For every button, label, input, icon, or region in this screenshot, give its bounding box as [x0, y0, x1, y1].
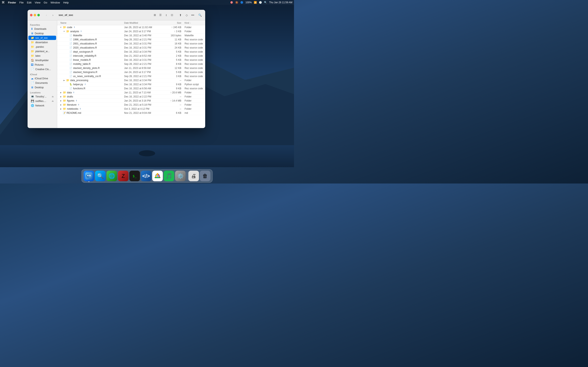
sort-arrow: ↓ — [190, 22, 191, 24]
expand-figures-button[interactable]: ▶ — [60, 100, 62, 102]
tag-button[interactable]: ◇ — [184, 13, 189, 17]
sidebar-locations-header: Locations — [27, 90, 57, 94]
col-size-header[interactable]: Size — [165, 22, 181, 24]
col-date-header[interactable]: Date Modified — [124, 22, 165, 24]
sidebar-item-network[interactable]: 🌐 Network — [28, 103, 56, 108]
sidebar-item-latex[interactable]: 📁 latex — [28, 54, 56, 58]
file-name: stacked_density_plots.R — [73, 67, 100, 69]
sidebar-item-desktop-icloud[interactable]: 🖥 Desktop — [28, 85, 56, 90]
expand-literature-button[interactable]: ▶ — [60, 104, 62, 106]
sidebar-item-dissertation[interactable]: 📁 dissertation — [28, 40, 56, 44]
table-row[interactable]: 📄 mobility_table.R Sep 28, 2022 at 2:21 … — [57, 62, 205, 66]
sidebar-item-documents[interactable]: 📄 Documents — [28, 81, 56, 85]
file-name: dept_sociogram.R — [73, 50, 93, 53]
sidebar-item-timothyelder[interactable]: 🏠 timothyelder — [28, 58, 56, 62]
list-view-button[interactable]: ☰ — [158, 13, 163, 17]
cast-icon: 🎯 — [230, 1, 233, 4]
dock-chrome[interactable] — [152, 171, 163, 181]
close-button[interactable] — [30, 14, 33, 16]
sidebar-network-label: Network — [35, 104, 44, 107]
gallery-view-button[interactable]: ⊡ — [169, 13, 174, 17]
file-date: Jan 24, 2023 at 3:17 PM — [124, 71, 165, 74]
menubar-go[interactable]: Go — [44, 1, 47, 4]
file-kind: Folder — [181, 95, 204, 98]
dock-trash[interactable]: 🗑 — [200, 171, 210, 181]
dock-system-preferences[interactable]: ⚙️ — [175, 171, 186, 181]
table-row[interactable]: ▶ 📁 notebooks ⬆ Oct 3, 2022 at 4:12 PM -… — [57, 107, 205, 111]
sidebar-item-plaintext[interactable]: 📁 plaintext_w... — [28, 49, 56, 53]
menubar-edit[interactable]: Edit — [27, 1, 31, 4]
menubar-view[interactable]: View — [35, 1, 40, 4]
expand-analysis-button[interactable]: ▼ — [63, 30, 65, 33]
share-button[interactable]: ⬆ — [178, 13, 183, 17]
expand-code-button[interactable]: ▼ — [60, 26, 62, 29]
table-row[interactable]: 📄 Makefile Dec 16, 2022 at 3:40 PM 163 b… — [57, 33, 205, 38]
menubar-app-name[interactable]: Finder — [8, 1, 16, 4]
eject-timothy-icon[interactable]: ⏏ — [52, 95, 54, 98]
sidebar-item-timothy-mac[interactable]: 💻 Timothy'... ⏏ — [28, 94, 56, 99]
expand-notebooks-button[interactable]: ▶ — [60, 108, 62, 110]
table-row[interactable]: 📄 1996_visualizations.R Sep 28, 2022 at … — [57, 38, 205, 42]
search-button[interactable]: 🔍 — [197, 13, 203, 17]
expand-drafts-button[interactable]: ▶ — [60, 95, 62, 98]
pandoc-folder-icon: 📁 — [31, 45, 34, 48]
table-row[interactable]: 📄 us_news_centrality_cor.R Sep 28, 2022 … — [57, 74, 205, 78]
expand-data-button[interactable]: ▶ — [60, 91, 62, 94]
dock-terminal[interactable]: $_ — [130, 171, 140, 181]
sidebar-plaintext-label: plaintext_w... — [35, 50, 49, 53]
table-row[interactable]: 📄 stacked_density_plots.R Jan 11, 2023 a… — [57, 66, 205, 70]
dock-vpn[interactable]: 🌐 — [107, 171, 117, 181]
sidebar-item-downloads[interactable]: ⬇ Downloads — [28, 27, 56, 31]
table-row[interactable]: ▶ 📁 drafts Dec 16, 2022 at 2:22 PM -- Fo… — [57, 95, 205, 99]
file-size: ↑ 14.4 MB — [165, 99, 181, 102]
menubar-file[interactable]: File — [19, 1, 24, 4]
finder-window: ‹ › soc_of_soc ⊞ ☰ ⫿ ⊡ ⬆ ◇ ••• 🔍 Favorit… — [27, 10, 205, 128]
file-icon: 📄 — [69, 50, 72, 53]
eject-ssd-icon[interactable]: ⏏ — [52, 100, 54, 102]
table-row[interactable]: ▶ 📁 figures ⬆ Jan 24, 2023 at 3:16 PM ↑ … — [57, 99, 205, 103]
table-row[interactable]: 📝 README.md Nov 21, 2022 at 9:04 AM 6 KB… — [57, 111, 205, 115]
sidebar-item-pictures[interactable]: 🖼 Pictures — [28, 63, 56, 67]
table-row[interactable]: 📄 intercode_reliability.R Dec 21, 2022 a… — [57, 54, 205, 58]
col-kind-header[interactable]: Kind ↓ — [181, 22, 204, 24]
col-name-header[interactable]: Name — [59, 22, 124, 24]
table-row[interactable]: ▶ 📁 literature ⬆ Dec 21, 2021 at 5:18 PM… — [57, 103, 205, 107]
maximize-button[interactable] — [37, 14, 40, 16]
forward-button[interactable]: › — [51, 13, 55, 17]
dock-finder[interactable] — [84, 171, 94, 181]
table-row[interactable]: ▶ 📁 data_processing Dec 16, 2022 at 3:34… — [57, 78, 205, 82]
table-row[interactable]: ▼ 📁 analysis ⬆ Jan 24, 2023 at 3:17 PM ↑… — [57, 29, 205, 33]
minimize-button[interactable] — [34, 14, 36, 16]
table-row[interactable]: ▼ 📁 code ⬆ Jan 26, 2023 at 11:02 AM ↑ 24… — [57, 25, 205, 29]
table-row[interactable]: 📄 stacked_histograms.R Jan 24, 2023 at 3… — [57, 70, 205, 74]
sidebar-item-pandoc[interactable]: 📁 .pandoc — [28, 45, 56, 49]
sidebar-item-creative-cloud[interactable]: 📄 Creative Clo... — [28, 67, 56, 71]
dock-printer[interactable]: 🖨 — [189, 171, 199, 181]
table-row[interactable]: 🐍 helper.py ⬆ Dec 16, 2022 at 3:34 PM 9 … — [57, 82, 205, 86]
more-button[interactable]: ••• — [190, 13, 195, 17]
column-view-button[interactable]: ⫿ — [164, 13, 169, 17]
back-button[interactable]: ‹ — [44, 13, 49, 17]
table-row[interactable]: 📄 functions.R Dec 16, 2022 at 6:56 AM 9 … — [57, 86, 205, 91]
sidebar-item-icloud-drive[interactable]: ☁ iCloud Drive — [28, 76, 56, 81]
dock-quicklook[interactable]: 🔍 — [95, 171, 106, 181]
table-row[interactable]: ▶ 📁 data ⬆ Jan 11, 2023 at 7:13 AM ↑ 20.… — [57, 91, 205, 95]
table-row[interactable]: 📄 linear_models.R Dec 16, 2022 at 3:31 P… — [57, 58, 205, 62]
file-kind: Rez source code — [181, 63, 204, 66]
table-row[interactable]: 📄 2001_visualizations.R Dec 16, 2022 at … — [57, 42, 205, 46]
sidebar-item-soc-of-soc[interactable]: 📁 soc_of_soc — [28, 36, 56, 40]
dock-vscode[interactable]: </> — [141, 171, 151, 181]
table-row[interactable]: 📄 2020_visualizations.R Dec 16, 2022 at … — [57, 46, 205, 50]
sidebar-item-desktop[interactable]: 🖥 Desktop — [28, 31, 56, 35]
apple-menu[interactable]: ⌘ — [2, 1, 5, 4]
dock-zotero[interactable]: Z — [118, 171, 129, 181]
menubar-window[interactable]: Window — [51, 1, 60, 4]
table-row[interactable]: 📄 dept_sociogram.R Dec 16, 2022 at 3:34 … — [57, 50, 205, 54]
menubar-help[interactable]: Help — [63, 1, 69, 4]
expand-data-proc-button[interactable]: ▶ — [63, 79, 65, 82]
search-icon[interactable]: 🔍 — [264, 1, 267, 4]
finder-toolbar: ‹ › soc_of_soc ⊞ ☰ ⫿ ⊡ ⬆ ◇ ••• 🔍 — [27, 10, 205, 20]
sidebar-item-ssdfiles[interactable]: 💾 ssdfiles.... ⏏ — [28, 99, 56, 103]
icon-view-button[interactable]: ⊞ — [152, 13, 157, 17]
dock-spotify[interactable]: 🎵 — [164, 171, 174, 181]
